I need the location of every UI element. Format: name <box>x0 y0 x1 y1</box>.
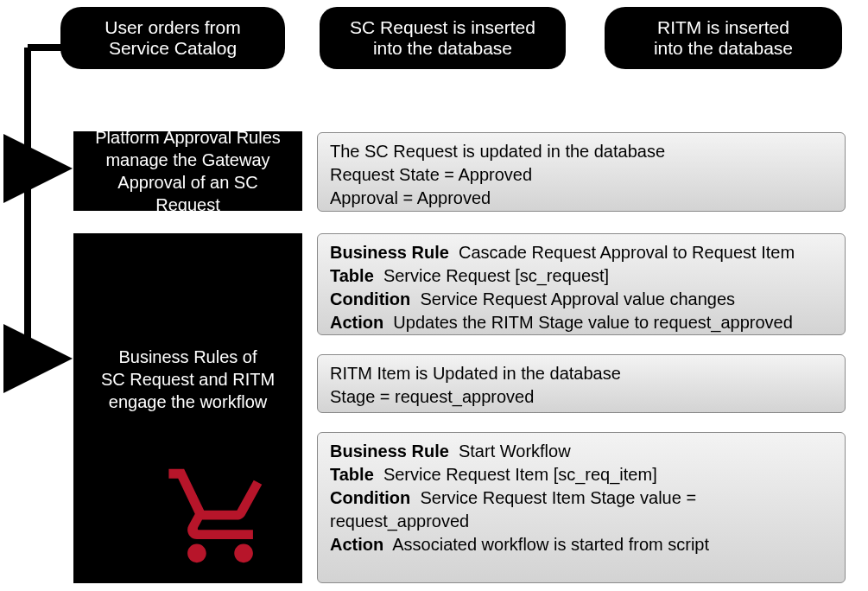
box-text: Business Rules of SC Request and RITM en… <box>101 346 275 413</box>
panel-br-cascade: Business Rule Cascade Request Approval t… <box>317 233 846 335</box>
panel-line: Action Updates the RITM Stage value to r… <box>330 311 833 334</box>
panel-br-start-workflow: Business Rule Start Workflow Table Servi… <box>317 432 846 583</box>
panel-line: Condition Service Request Approval value… <box>330 288 833 311</box>
panel-line: Approval = Approved <box>330 187 833 210</box>
panel-line: Request State = Approved <box>330 163 833 187</box>
panel-ritm-updated: RITM Item is Updated in the database Sta… <box>317 354 846 413</box>
box-business-rules-workflow: Business Rules of SC Request and RITM en… <box>73 233 302 583</box>
panel-line: Business Rule Start Workflow <box>330 440 833 463</box>
panel-line: Table Service Request Item [sc_req_item] <box>330 463 833 486</box>
shopping-cart-icon <box>164 460 276 577</box>
box-platform-approval-rules: Platform Approval Rules manage the Gatew… <box>73 131 302 211</box>
panel-line: Business Rule Cascade Request Approval t… <box>330 241 833 264</box>
panel-sc-request-updated: The SC Request is updated in the databas… <box>317 132 846 212</box>
panel-line: RITM Item is Updated in the database <box>330 362 833 385</box>
box-text: Platform Approval Rules manage the Gatew… <box>86 126 290 216</box>
panel-line: Action Associated workflow is started fr… <box>330 533 833 556</box>
panel-line: Stage = request_approved <box>330 385 833 409</box>
panel-line: Condition Service Request Item Stage val… <box>330 486 833 533</box>
panel-line: Table Service Request [sc_request] <box>330 264 833 288</box>
panel-line: The SC Request is updated in the databas… <box>330 140 833 163</box>
